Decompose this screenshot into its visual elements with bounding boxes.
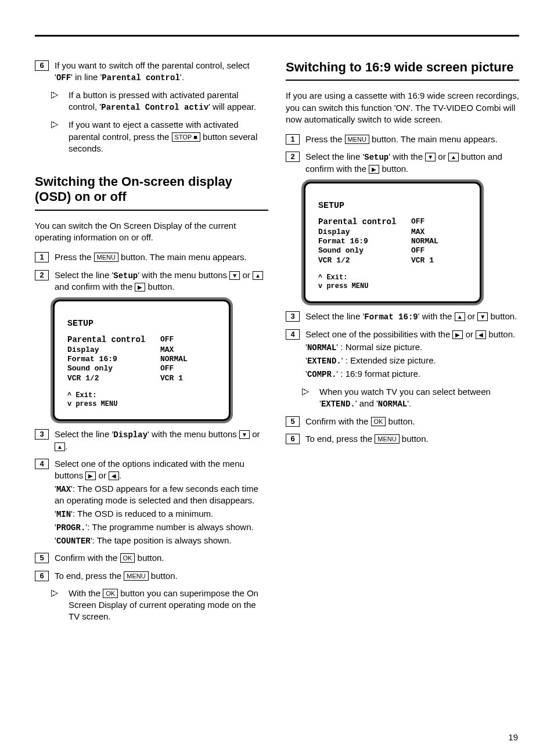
option-progr: 'PROGR.': The programme number is always… (55, 521, 268, 534)
osd-row: Sound onlyOFF (318, 246, 467, 255)
heading-osd: Switching the On-screen display (OSD) on… (35, 174, 268, 206)
option-compr: 'COMPR.' : 16:9 format picture. (305, 368, 519, 380)
step-169-4: 4 Select one of the possibilities with t… (286, 329, 519, 380)
step-number: 2 (35, 270, 49, 280)
step-169-3: 3 Select the line 'Format 16:9' with the… (286, 311, 519, 323)
intro-osd: You can switch the On Screen Display of … (35, 220, 268, 244)
text: . (65, 441, 67, 451)
osd-val: OFF (160, 364, 174, 373)
mono-progr: PROGR. (56, 523, 85, 532)
text: With the (69, 588, 103, 598)
text: ' with the menu buttons (138, 270, 229, 280)
text: To end, press the (55, 571, 124, 581)
step-number: 4 (286, 329, 300, 340)
mono-normal: NORMAL (378, 399, 407, 409)
text: button. (145, 282, 174, 291)
step-number: 2 (286, 152, 300, 162)
osd-val: VCR 1 (411, 256, 434, 265)
osd-key: VCR 1/2 (67, 374, 160, 383)
mono-parental-control: Parental control (102, 73, 179, 82)
two-column-layout: 6 If you want to switch off the parental… (35, 60, 519, 629)
text: Press the (55, 252, 94, 262)
osd-key: Sound only (318, 246, 411, 255)
osd-val: OFF (160, 335, 174, 345)
text: ' with the (388, 152, 425, 161)
osd-key: Display (67, 345, 160, 355)
osd-footer: ^ Exit: v press MENU (318, 273, 467, 291)
text: button. (488, 311, 517, 321)
tip-tv-select: :▷ When you watch TV you can select betw… (303, 386, 519, 410)
osd-val: MAX (160, 345, 174, 355)
right-arrow-icon: ▶ (452, 330, 463, 339)
osd-row: VCR 1/2VCR 1 (318, 256, 467, 265)
osd-key: Display (318, 228, 411, 237)
menu-button-label: MENU (375, 434, 399, 444)
osd-row: Format 16:9NORMAL (67, 355, 216, 364)
text: Select the line ' (55, 270, 113, 280)
mono-normal: NORMAL (307, 343, 336, 352)
osd-val: OFF (411, 217, 425, 228)
step-number: 4 (35, 459, 49, 469)
option-min: 'MIN': The OSD is reduced to a minimum. (55, 508, 268, 520)
right-arrow-icon: ▶ (85, 471, 96, 480)
step-osd-4: 4 Select one of the options indicated wi… (35, 458, 268, 546)
mono-off: OFF (56, 73, 71, 82)
mono-compr: COMPR. (307, 370, 336, 379)
text: or (463, 329, 476, 339)
osd-exit-line: ^ Exit: (67, 391, 216, 400)
step-number: 6 (35, 60, 49, 71)
ok-button-label: OK (103, 589, 118, 598)
text: Select one of the possibilities with the (305, 329, 452, 339)
text: Confirm with the (55, 553, 120, 563)
osd-row: Sound onlyOFF (67, 364, 216, 373)
step-text: Press the MENU button. The main menu app… (55, 251, 268, 263)
text: or (252, 429, 260, 439)
page-number: 19 (508, 732, 518, 742)
left-column: 6 If you want to switch off the parental… (35, 60, 268, 629)
osd-title: SETUP (67, 319, 216, 330)
text: ' in line ' (71, 72, 102, 82)
text: Select the line ' (305, 311, 364, 321)
text: or (96, 470, 109, 480)
step-169-1: 1 Press the MENU button. The main menu a… (286, 134, 519, 145)
tip-text: When you watch TV you can select between… (319, 386, 519, 410)
step-text: Select one of the possibilities with the… (305, 329, 519, 380)
text: : The tape position is always shown. (92, 535, 232, 545)
osd-exit-line: ^ Exit: (318, 273, 467, 282)
tip-icon: :▷ (303, 386, 316, 410)
step-osd-1: 1 Press the MENU button. The main menu a… (35, 251, 268, 263)
step-osd-6: 6 To end, press the MENU button. (35, 570, 268, 582)
tip-eject-cassette: :▷ If you want to eject a cassette with … (52, 119, 268, 154)
osd-row: VCR 1/2VCR 1 (67, 374, 216, 383)
page: 6 If you want to switch off the parental… (0, 0, 554, 756)
text: button. (386, 416, 415, 426)
up-arrow-icon: ▲ (455, 312, 465, 321)
step-text: Select the line 'Setup' with the ▼ or ▲ … (305, 151, 519, 175)
tip-icon: :▷ (52, 588, 65, 623)
osd-screen-right: SETUP Parental controlOFF DisplayMAX For… (305, 183, 480, 301)
osd-key: VCR 1/2 (318, 256, 411, 265)
right-column: Switching to 16:9 wide screen picture If… (286, 60, 519, 629)
osd-title: SETUP (318, 201, 467, 212)
osd-footer: ^ Exit: v press MENU (67, 391, 216, 409)
osd-row: Parental controlOFF (67, 335, 216, 345)
step-number: 3 (35, 429, 49, 440)
text: button. The main menu appears. (369, 134, 498, 144)
mono-setup: Setup (113, 271, 138, 280)
mono-extend: EXTEND. (307, 357, 341, 366)
step-text: Select one of the options indicated with… (55, 458, 268, 546)
tip-icon: :▷ (52, 119, 65, 154)
text: button. (379, 164, 408, 174)
text: : The OSD is reduced to a minimum. (73, 509, 213, 519)
tip-parental-activ: :▷ If a button is pressed with activated… (52, 89, 268, 113)
option-normal: 'NORMAL' : Normal size picture. (305, 341, 519, 354)
osd-key: Parental control (67, 335, 160, 345)
step-text: Select the line 'Format 16:9' with the ▲… (305, 311, 519, 323)
step-text: To end, press the MENU button. (55, 570, 268, 582)
heading-rule (286, 80, 519, 81)
text: or (240, 270, 253, 280)
text: button. The main menu appears. (118, 252, 247, 262)
step-text: Select the line 'Setup' with the menu bu… (55, 269, 268, 293)
mono-setup: Setup (364, 153, 388, 162)
osd-val: NORMAL (411, 237, 438, 246)
